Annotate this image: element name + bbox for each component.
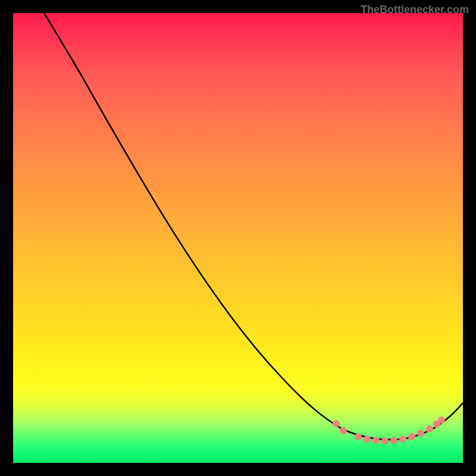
bottleneck-curve [44, 13, 463, 440]
chart-container [13, 13, 463, 463]
data-dot [355, 433, 362, 440]
data-dot [381, 437, 389, 444]
watermark-text: TheBottlenecker.com [361, 4, 469, 16]
data-dot [364, 436, 371, 443]
data-dot [426, 425, 433, 433]
data-dot [372, 437, 380, 444]
data-dot [408, 433, 415, 440]
data-dot [417, 430, 424, 437]
data-dot [390, 437, 397, 444]
data-dot [438, 416, 445, 424]
data-dot [399, 436, 406, 443]
data-dot [340, 427, 347, 434]
chart-svg [13, 13, 463, 463]
data-dot [333, 420, 340, 427]
